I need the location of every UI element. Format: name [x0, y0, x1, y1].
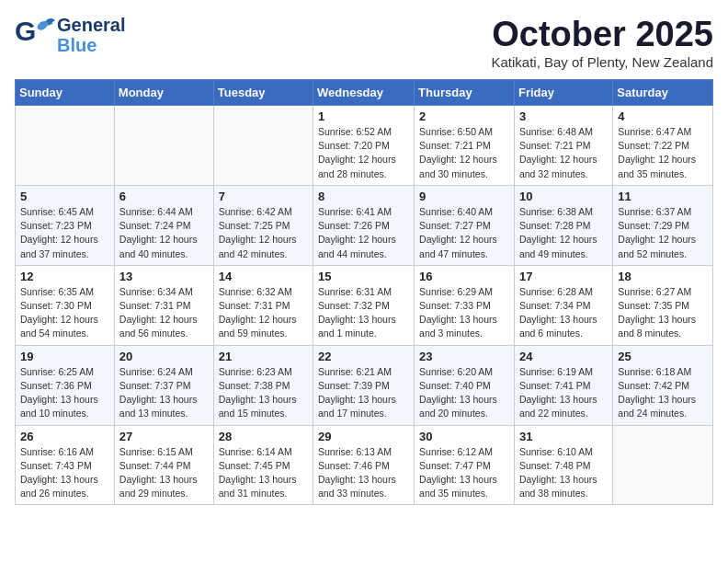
day-number: 12: [20, 270, 109, 283]
day-number: 13: [119, 270, 209, 283]
day-number: 14: [219, 270, 308, 283]
calendar-cell: [114, 106, 213, 186]
day-info: Sunrise: 6:40 AM Sunset: 7:27 PM Dayligh…: [419, 205, 509, 261]
calendar-cell: 24Sunrise: 6:19 AM Sunset: 7:41 PM Dayli…: [514, 345, 612, 425]
day-number: 31: [519, 430, 608, 443]
day-number: 30: [419, 430, 509, 443]
calendar-cell: 8Sunrise: 6:41 AM Sunset: 7:26 PM Daylig…: [313, 185, 415, 265]
day-info: Sunrise: 6:25 AM Sunset: 7:36 PM Dayligh…: [20, 365, 109, 421]
day-info: Sunrise: 6:14 AM Sunset: 7:45 PM Dayligh…: [219, 445, 308, 501]
weekday-header-row: SundayMondayTuesdayWednesdayThursdayFrid…: [16, 80, 713, 106]
calendar-cell: 5Sunrise: 6:45 AM Sunset: 7:23 PM Daylig…: [16, 185, 115, 265]
calendar-cell: 3Sunrise: 6:48 AM Sunset: 7:21 PM Daylig…: [514, 106, 612, 186]
calendar-cell: 1Sunrise: 6:52 AM Sunset: 7:20 PM Daylig…: [313, 106, 415, 186]
calendar-cell: 4Sunrise: 6:47 AM Sunset: 7:22 PM Daylig…: [613, 106, 713, 186]
calendar-cell: 23Sunrise: 6:20 AM Sunset: 7:40 PM Dayli…: [415, 345, 515, 425]
calendar-cell: 21Sunrise: 6:23 AM Sunset: 7:38 PM Dayli…: [213, 345, 313, 425]
logo: G General Blue: [15, 15, 125, 55]
day-number: 22: [318, 350, 409, 363]
calendar-cell: 17Sunrise: 6:28 AM Sunset: 7:34 PM Dayli…: [514, 265, 612, 345]
day-number: 3: [519, 109, 608, 123]
day-info: Sunrise: 6:37 AM Sunset: 7:29 PM Dayligh…: [618, 205, 708, 261]
calendar-cell: [613, 425, 713, 505]
calendar-week-3: 12Sunrise: 6:35 AM Sunset: 7:30 PM Dayli…: [16, 265, 713, 345]
calendar-week-4: 19Sunrise: 6:25 AM Sunset: 7:36 PM Dayli…: [16, 345, 713, 425]
calendar-cell: 22Sunrise: 6:21 AM Sunset: 7:39 PM Dayli…: [313, 345, 415, 425]
calendar-cell: 25Sunrise: 6:18 AM Sunset: 7:42 PM Dayli…: [613, 345, 713, 425]
day-info: Sunrise: 6:47 AM Sunset: 7:22 PM Dayligh…: [618, 125, 708, 181]
day-number: 6: [119, 190, 209, 203]
calendar-cell: [16, 106, 115, 186]
day-info: Sunrise: 6:27 AM Sunset: 7:35 PM Dayligh…: [618, 285, 708, 341]
logo-text-blue: Blue: [57, 35, 125, 55]
weekday-header-monday: Monday: [114, 80, 213, 106]
calendar-cell: 10Sunrise: 6:38 AM Sunset: 7:28 PM Dayli…: [514, 185, 612, 265]
day-number: 20: [119, 350, 209, 363]
month-title: October 2025: [491, 15, 713, 54]
day-number: 5: [20, 190, 109, 203]
calendar-cell: 30Sunrise: 6:12 AM Sunset: 7:47 PM Dayli…: [415, 425, 515, 505]
day-number: 2: [419, 109, 509, 123]
calendar-cell: 27Sunrise: 6:15 AM Sunset: 7:44 PM Dayli…: [114, 425, 213, 505]
day-info: Sunrise: 6:13 AM Sunset: 7:46 PM Dayligh…: [318, 445, 409, 501]
title-block: October 2025 Katikati, Bay of Plenty, Ne…: [491, 15, 713, 70]
day-info: Sunrise: 6:32 AM Sunset: 7:31 PM Dayligh…: [219, 285, 308, 341]
day-info: Sunrise: 6:28 AM Sunset: 7:34 PM Dayligh…: [519, 285, 608, 341]
day-info: Sunrise: 6:24 AM Sunset: 7:37 PM Dayligh…: [119, 365, 209, 421]
day-info: Sunrise: 6:15 AM Sunset: 7:44 PM Dayligh…: [119, 445, 209, 501]
calendar-cell: 31Sunrise: 6:10 AM Sunset: 7:48 PM Dayli…: [514, 425, 612, 505]
day-number: 24: [519, 350, 608, 363]
calendar-cell: 9Sunrise: 6:40 AM Sunset: 7:27 PM Daylig…: [415, 185, 515, 265]
day-info: Sunrise: 6:50 AM Sunset: 7:21 PM Dayligh…: [419, 125, 509, 181]
day-number: 1: [318, 109, 409, 123]
day-info: Sunrise: 6:20 AM Sunset: 7:40 PM Dayligh…: [419, 365, 509, 421]
weekday-header-wednesday: Wednesday: [313, 80, 415, 106]
day-info: Sunrise: 6:29 AM Sunset: 7:33 PM Dayligh…: [419, 285, 509, 341]
day-number: 16: [419, 270, 509, 283]
calendar-cell: 7Sunrise: 6:42 AM Sunset: 7:25 PM Daylig…: [213, 185, 313, 265]
calendar-cell: [213, 106, 313, 186]
calendar-week-5: 26Sunrise: 6:16 AM Sunset: 7:43 PM Dayli…: [16, 425, 713, 505]
day-number: 7: [219, 190, 308, 203]
day-info: Sunrise: 6:42 AM Sunset: 7:25 PM Dayligh…: [219, 205, 308, 261]
day-number: 26: [20, 430, 109, 443]
day-number: 18: [618, 270, 708, 283]
day-number: 29: [318, 430, 409, 443]
day-info: Sunrise: 6:10 AM Sunset: 7:48 PM Dayligh…: [519, 445, 608, 501]
weekday-header-tuesday: Tuesday: [213, 80, 313, 106]
day-number: 15: [318, 270, 409, 283]
day-info: Sunrise: 6:23 AM Sunset: 7:38 PM Dayligh…: [219, 365, 308, 421]
calendar-cell: 16Sunrise: 6:29 AM Sunset: 7:33 PM Dayli…: [415, 265, 515, 345]
calendar-week-2: 5Sunrise: 6:45 AM Sunset: 7:23 PM Daylig…: [16, 185, 713, 265]
day-info: Sunrise: 6:48 AM Sunset: 7:21 PM Dayligh…: [519, 125, 608, 181]
calendar-cell: 15Sunrise: 6:31 AM Sunset: 7:32 PM Dayli…: [313, 265, 415, 345]
page-header: G General Blue October 2025 Katikati, Ba…: [15, 15, 713, 70]
day-info: Sunrise: 6:45 AM Sunset: 7:23 PM Dayligh…: [20, 205, 109, 261]
day-number: 27: [119, 430, 209, 443]
day-info: Sunrise: 6:12 AM Sunset: 7:47 PM Dayligh…: [419, 445, 509, 501]
day-number: 25: [618, 350, 708, 363]
day-number: 4: [618, 109, 708, 123]
day-info: Sunrise: 6:18 AM Sunset: 7:42 PM Dayligh…: [618, 365, 708, 421]
day-number: 17: [519, 270, 608, 283]
logo-text-general: General: [57, 15, 125, 35]
calendar-cell: 6Sunrise: 6:44 AM Sunset: 7:24 PM Daylig…: [114, 185, 213, 265]
calendar-cell: 19Sunrise: 6:25 AM Sunset: 7:36 PM Dayli…: [16, 345, 115, 425]
weekday-header-thursday: Thursday: [415, 80, 515, 106]
calendar-cell: 29Sunrise: 6:13 AM Sunset: 7:46 PM Dayli…: [313, 425, 415, 505]
day-info: Sunrise: 6:31 AM Sunset: 7:32 PM Dayligh…: [318, 285, 409, 341]
calendar-cell: 20Sunrise: 6:24 AM Sunset: 7:37 PM Dayli…: [114, 345, 213, 425]
calendar-cell: 2Sunrise: 6:50 AM Sunset: 7:21 PM Daylig…: [415, 106, 515, 186]
day-info: Sunrise: 6:35 AM Sunset: 7:30 PM Dayligh…: [20, 285, 109, 341]
day-info: Sunrise: 6:41 AM Sunset: 7:26 PM Dayligh…: [318, 205, 409, 261]
weekday-header-friday: Friday: [514, 80, 612, 106]
location: Katikati, Bay of Plenty, New Zealand: [491, 54, 713, 70]
day-info: Sunrise: 6:38 AM Sunset: 7:28 PM Dayligh…: [519, 205, 608, 261]
day-info: Sunrise: 6:21 AM Sunset: 7:39 PM Dayligh…: [318, 365, 409, 421]
day-number: 21: [219, 350, 308, 363]
day-number: 8: [318, 190, 409, 203]
day-info: Sunrise: 6:34 AM Sunset: 7:31 PM Dayligh…: [119, 285, 209, 341]
day-info: Sunrise: 6:19 AM Sunset: 7:41 PM Dayligh…: [519, 365, 608, 421]
day-number: 11: [618, 190, 708, 203]
calendar-cell: 12Sunrise: 6:35 AM Sunset: 7:30 PM Dayli…: [16, 265, 115, 345]
